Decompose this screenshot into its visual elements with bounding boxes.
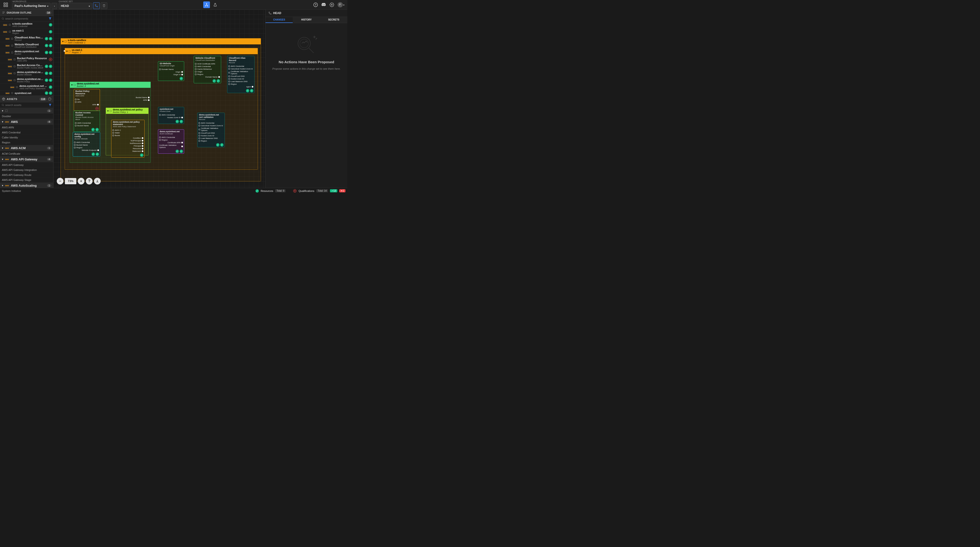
port-dot[interactable] [181, 145, 183, 147]
outline-item[interactable]: aws Bucket Access Control Bucket Public … [0, 63, 53, 70]
asset-item[interactable]: ACM Certificate [0, 151, 53, 156]
port-dot[interactable] [181, 142, 183, 144]
port-dot[interactable] [228, 83, 230, 85]
port-dot[interactable] [75, 122, 76, 124]
port-dot[interactable] [148, 97, 150, 98]
port-dot[interactable] [228, 68, 230, 70]
node-config[interactable]: demo.sysinitest.net configBucket Website… [73, 132, 100, 156]
discord-icon[interactable] [321, 2, 326, 7]
node-s3-website[interactable]: S3-WebsiteCloudFront Origin Domain NameO… [158, 61, 184, 81]
download-button[interactable] [94, 178, 101, 185]
asset-category[interactable]: ▾ aws AWS API Gateway 4 [0, 156, 53, 163]
node-website-cloudfront[interactable]: Website CloudfrontCloudFront Distributio… [194, 56, 221, 83]
asset-category[interactable]: ▾ aws AWS ACM 1 [0, 145, 53, 151]
port-dot[interactable] [142, 148, 143, 149]
asset-item[interactable]: AWS API Gateway Integration [0, 167, 53, 172]
frame-policy[interactable]: ▾ demo.sysinitest.net policyBucket Polic… [106, 108, 149, 155]
port-dot[interactable] [74, 147, 76, 148]
port-dot[interactable] [228, 65, 230, 67]
port-dot[interactable] [142, 150, 143, 152]
filter-icon[interactable] [48, 103, 52, 107]
node-policy-stmt[interactable]: demo.sysinitest.net policy statementAWS … [111, 120, 145, 158]
port-dot[interactable] [142, 145, 143, 147]
tab-secrets[interactable]: SECRETS [320, 17, 347, 23]
zoom-in-button[interactable]: + [78, 178, 84, 185]
outline-item[interactable]: aws Cloudfront Alias Record Record ✓✓ [0, 35, 53, 42]
node-acm[interactable]: demo.sysinitest.netACM Certificate AWS C… [158, 129, 184, 154]
port-dot[interactable] [74, 144, 76, 146]
outline-item[interactable]: aws s-tools-sandbox AWS Credential ✓ [0, 21, 53, 29]
zoom-help-button[interactable]: ? [86, 178, 92, 185]
frame-sandbox[interactable]: ▾ s-tools-sandbox AWS Credential: 1 AWS … [60, 38, 261, 181]
port-dot[interactable] [75, 99, 76, 100]
asset-item[interactable]: AWS API Gateway Route [0, 172, 53, 177]
component-search-input[interactable] [5, 17, 48, 20]
diagram-canvas[interactable]: ▾ s-tools-sandbox AWS Credential: 1 AWS … [53, 10, 265, 188]
port-dot[interactable] [112, 132, 114, 134]
asset-search-input[interactable] [5, 104, 48, 107]
asset-item[interactable]: AWS API Gateway Stage [0, 177, 53, 183]
port-dot[interactable] [195, 63, 197, 65]
port-dot[interactable] [199, 129, 200, 130]
port-dot[interactable] [195, 73, 197, 75]
gear-icon[interactable] [329, 2, 334, 7]
tab-history[interactable]: HISTORY [293, 17, 320, 23]
asset-item[interactable]: AWS ARN [0, 125, 53, 130]
changeset-dropdown[interactable]: HEAD [59, 3, 92, 9]
frame-bucket[interactable]: ▾ demo.sysinitest.net Bucket: 4 Bucket N… [70, 81, 151, 163]
port-dot[interactable] [74, 142, 76, 143]
asset-category[interactable]: ▾ aws AWS 4 [0, 119, 53, 125]
port-dot[interactable] [142, 142, 143, 144]
node-alias-record[interactable]: Cloudfront Alias RecordRecord AWS Creden… [227, 56, 255, 93]
port-dot[interactable] [97, 149, 99, 151]
port-dot[interactable] [228, 78, 230, 80]
lab-view-button[interactable] [212, 2, 218, 8]
port-dot[interactable] [159, 114, 161, 116]
asset-item[interactable]: AWS Credential [0, 130, 53, 135]
port-dot[interactable] [159, 137, 161, 138]
asset-category[interactable]: ▾ 1 [0, 108, 53, 114]
port-dot[interactable] [195, 68, 197, 70]
user-menu[interactable]: P [337, 2, 344, 7]
port-dot[interactable] [195, 71, 197, 73]
port-dot[interactable] [228, 81, 230, 82]
port-dot[interactable] [199, 137, 200, 139]
tab-changes[interactable]: CHANGES [266, 17, 293, 23]
outline-item[interactable]: aws demo.sysinitest.net p... Bucket Poli… [0, 77, 53, 84]
node-bucket-policy-resource[interactable]: Bucket Policy ResourceAWS ARN ReARNARN ✕ [74, 89, 100, 111]
outline-item[interactable]: aws demo.sysinitest.net c... Bucket Webs… [0, 70, 53, 77]
filter-icon[interactable] [48, 17, 52, 20]
branch-button[interactable] [93, 2, 100, 9]
port-dot[interactable] [75, 125, 76, 126]
outline-item[interactable]: aws sysinitest.net ✓✓ [0, 91, 53, 96]
diagram-view-button[interactable] [203, 2, 210, 8]
port-dot[interactable] [75, 101, 76, 103]
node-bucket-access[interactable]: Bucket Access ControlBucket Public Acces… [74, 110, 100, 132]
port-dot[interactable] [199, 125, 200, 126]
port-dot[interactable] [199, 132, 200, 134]
outline-item[interactable]: aws us-east-1 Region ✓ [0, 29, 53, 35]
asset-category[interactable]: ▾ aws AWS AutoScaling 1 [0, 183, 53, 188]
asset-item[interactable]: Region [0, 140, 53, 145]
port-dot[interactable] [252, 86, 253, 88]
port-dot[interactable] [181, 71, 183, 73]
port-dot[interactable] [112, 129, 114, 131]
asset-item[interactable]: AWS API Gateway [0, 163, 53, 167]
asset-item[interactable]: Caller Identity [0, 135, 53, 140]
node-cert-validation[interactable]: demo.sysinitest.net cert validationRecor… [197, 113, 225, 147]
outline-item[interactable]: aws demo.sysinitest.net Bucket ✓✓ [0, 49, 53, 56]
node-hosted-zone[interactable]: sysinitest.netHosted Zone AWS Credential… [158, 107, 184, 124]
port-dot[interactable] [228, 72, 230, 73]
port-dot[interactable] [218, 76, 220, 78]
next-arrow-button[interactable]: › [51, 3, 57, 9]
frame-region[interactable]: ▾ us-east-1 Region: 7 ▾ de [65, 48, 258, 170]
port-dot[interactable] [181, 117, 183, 118]
help-icon[interactable]: ? [313, 2, 318, 7]
workspace-dropdown[interactable]: Paul's Authoring Demo [13, 3, 51, 9]
port-dot[interactable] [199, 135, 200, 137]
port-dot[interactable] [142, 137, 143, 139]
port-dot[interactable] [199, 122, 200, 124]
port-dot[interactable] [148, 99, 150, 101]
asset-item[interactable]: Doubler [0, 114, 53, 119]
port-dot[interactable] [159, 69, 161, 70]
